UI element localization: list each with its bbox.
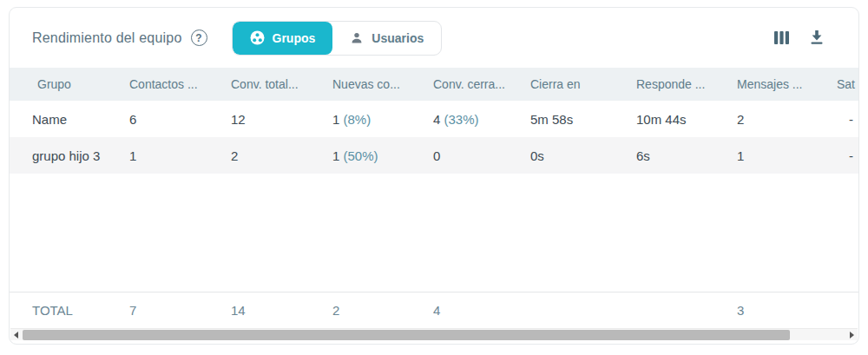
horizontal-scrollbar[interactable] xyxy=(10,328,858,340)
total-cell: 4 xyxy=(433,303,530,318)
table-cell: 6 xyxy=(129,112,231,127)
table-cell: 12 xyxy=(231,112,332,127)
help-icon[interactable]: ? xyxy=(191,30,207,46)
table-cell: 5m 58s xyxy=(530,112,636,127)
table-cell: 2 xyxy=(737,112,837,127)
column-header-cell[interactable]: Contactos ... xyxy=(129,77,231,91)
table-cell: 1 (8%) xyxy=(332,112,433,127)
column-header-cell[interactable]: Cierra en xyxy=(530,77,636,91)
column-header-cell[interactable]: Sat xyxy=(837,77,858,91)
user-icon xyxy=(350,31,364,45)
tab-grupos[interactable]: Grupos xyxy=(233,22,333,55)
table-cell: 6s xyxy=(636,148,737,163)
table-cell: - xyxy=(837,112,858,127)
table-row[interactable]: grupo hijo 3121 (50%)00s6s1- xyxy=(10,137,858,174)
card-header: Rendimiento del equipo ? Grupos xyxy=(10,8,858,68)
table-cell: 0 xyxy=(433,148,530,163)
columns-icon[interactable] xyxy=(774,31,789,44)
column-header-cell[interactable]: Conv. total... xyxy=(231,77,332,91)
total-cell: TOTAL xyxy=(10,303,129,318)
table-cell: 1 xyxy=(737,148,837,163)
column-header-cell[interactable]: Responde ... xyxy=(636,77,737,91)
table-cell: 0s xyxy=(530,148,636,163)
scroll-left-arrow-icon[interactable] xyxy=(10,329,22,341)
page-title: Rendimiento del equipo xyxy=(32,30,182,46)
table-cell: 4 (33%) xyxy=(433,112,530,127)
tab-grupos-label: Grupos xyxy=(273,31,316,45)
percentage-value: (8%) xyxy=(344,112,372,127)
total-cell: 14 xyxy=(231,303,332,318)
view-toggle: Grupos Usuarios xyxy=(232,21,443,56)
groups-icon xyxy=(250,30,265,45)
percentage-value: (33%) xyxy=(444,112,479,127)
column-header-cell[interactable]: Conv. cerra... xyxy=(433,77,530,91)
table-cell: 1 xyxy=(129,148,231,163)
table-cell: - xyxy=(837,148,858,163)
column-header-cell[interactable]: Grupo xyxy=(10,77,129,91)
total-cell: 2 xyxy=(332,303,433,318)
table-cell: grupo hijo 3 xyxy=(10,148,129,163)
total-cell: 3 xyxy=(737,303,837,318)
scroll-right-arrow-icon[interactable] xyxy=(846,329,858,341)
table-empty-space xyxy=(10,174,858,292)
table-cell: 10m 44s xyxy=(636,112,737,127)
scrollbar-thumb[interactable] xyxy=(23,330,790,340)
total-cell: 7 xyxy=(129,303,231,318)
table-body: Name6121 (8%)4 (33%)5m 58s10m 44s2-grupo… xyxy=(10,101,858,174)
table-cell: 2 xyxy=(231,148,332,163)
table-header-row: GrupoContactos ...Conv. total...Nuevas c… xyxy=(10,68,858,101)
dashboard-widget-area: Rendimiento del equipo ? Grupos xyxy=(0,0,868,355)
download-icon[interactable] xyxy=(810,30,824,45)
team-performance-card: Rendimiento del equipo ? Grupos xyxy=(9,7,859,345)
table-row[interactable]: Name6121 (8%)4 (33%)5m 58s10m 44s2- xyxy=(10,101,858,137)
table-cell: 1 (50%) xyxy=(332,148,433,163)
column-header-cell[interactable]: Mensajes ... xyxy=(737,77,837,91)
tab-usuarios-label: Usuarios xyxy=(372,31,424,45)
column-header-cell[interactable]: Nuevas co... xyxy=(332,77,433,91)
tab-usuarios[interactable]: Usuarios xyxy=(332,22,441,55)
table-total-row: TOTAL714243 xyxy=(10,292,858,328)
table-cell: Name xyxy=(10,112,129,127)
table-viewport: GrupoContactos ...Conv. total...Nuevas c… xyxy=(10,68,858,328)
percentage-value: (50%) xyxy=(344,148,378,163)
